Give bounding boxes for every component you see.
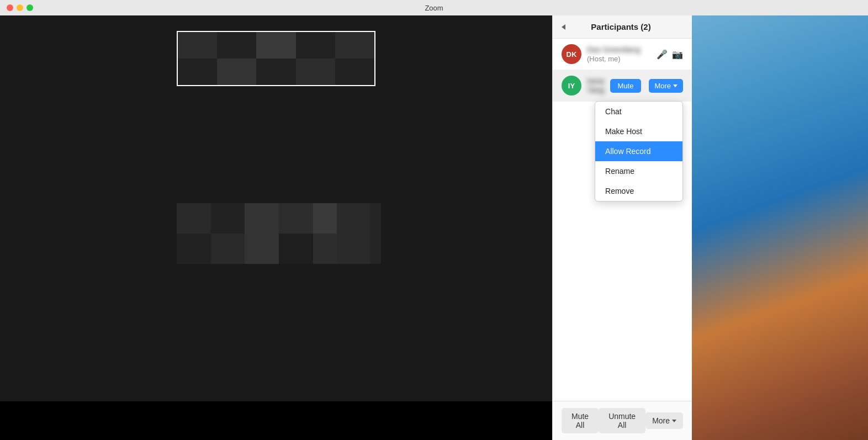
- participants-panel: Participants (2) DK Dan Greenberg (Host,…: [552, 15, 692, 440]
- video-cell: [217, 32, 256, 59]
- avatar-dk: DK: [562, 44, 581, 64]
- chevron-down-icon: [673, 84, 678, 87]
- participant-name-iy: Irene Yang: [587, 77, 610, 94]
- maximize-button[interactable]: [27, 4, 33, 11]
- more-label: More: [654, 82, 671, 90]
- mic-icon: 🎤: [657, 49, 668, 60]
- traffic-lights: [7, 4, 33, 11]
- video-cell: [178, 32, 217, 59]
- video-cell: [245, 203, 279, 234]
- collapse-chevron-icon[interactable]: [562, 23, 565, 31]
- video-cell: [211, 203, 245, 234]
- video-cell: [335, 32, 374, 59]
- mute-button[interactable]: Mute: [610, 79, 642, 93]
- participant-icons-iy: Mute More Chat Make Host Allow Record Re…: [610, 79, 684, 93]
- video-cell: [279, 203, 313, 234]
- video-cell: [177, 234, 211, 264]
- video-cell: [217, 59, 256, 85]
- participant-list: DK Dan Greenberg (Host, me) 🎤 📷 IY Irene…: [553, 39, 692, 401]
- dropdown-item-allow-record[interactable]: Allow Record: [595, 141, 682, 161]
- video-controls-bar: [0, 401, 552, 440]
- video-cell: [177, 203, 211, 234]
- title-bar: Zoom: [0, 0, 868, 15]
- more-footer-button[interactable]: More: [645, 412, 683, 429]
- video-cell: [256, 32, 295, 59]
- video-area: [0, 15, 552, 440]
- more-dropdown-menu: Chat Make Host Allow Record Rename Remov…: [595, 101, 683, 202]
- dropdown-item-chat[interactable]: Chat: [595, 102, 682, 121]
- camera-off-icon: 📷: [672, 49, 683, 60]
- video-cell: [296, 59, 335, 85]
- participant-item-dk: DK Dan Greenberg (Host, me) 🎤 📷: [553, 39, 692, 70]
- main-video-feed: [177, 31, 375, 86]
- dropdown-item-make-host[interactable]: Make Host: [595, 121, 682, 141]
- close-button[interactable]: [7, 4, 13, 11]
- more-dropdown-button[interactable]: More: [649, 79, 683, 93]
- avatar-iy: IY: [562, 76, 581, 96]
- chevron-down-footer-icon: [672, 420, 676, 422]
- video-cell: [211, 234, 245, 264]
- dropdown-item-rename[interactable]: Rename: [595, 161, 682, 181]
- panel-footer: Mute All Unmute All More: [553, 401, 692, 440]
- minimize-button[interactable]: [17, 4, 23, 11]
- panel-title: Participants (2): [570, 22, 672, 31]
- participant-name-dk: Dan Greenberg (Host, me): [587, 45, 657, 63]
- video-cell-block: [337, 203, 370, 264]
- video-cell: [335, 59, 374, 85]
- app-title: Zoom: [425, 4, 443, 12]
- more-button-container: More Chat Make Host Allow Record Rename …: [649, 79, 683, 93]
- participant-item-iy: IY Irene Yang Mute More Chat Make: [553, 70, 692, 102]
- video-cell: [296, 32, 335, 59]
- host-label: (Host, me): [587, 55, 621, 63]
- unmute-all-button[interactable]: Unmute All: [599, 408, 645, 433]
- more-footer-label: More: [652, 416, 670, 425]
- video-cell: [279, 234, 313, 264]
- participant-icons-dk: 🎤 📷: [657, 49, 683, 60]
- main-layout: Participants (2) DK Dan Greenberg (Host,…: [0, 15, 868, 440]
- desktop-background: [692, 15, 868, 440]
- panel-header: Participants (2): [553, 15, 692, 39]
- video-cell: [256, 59, 295, 85]
- video-cell: [178, 59, 217, 85]
- dropdown-item-remove[interactable]: Remove: [595, 181, 682, 201]
- video-cell: [245, 234, 279, 264]
- mute-all-button[interactable]: Mute All: [562, 408, 599, 433]
